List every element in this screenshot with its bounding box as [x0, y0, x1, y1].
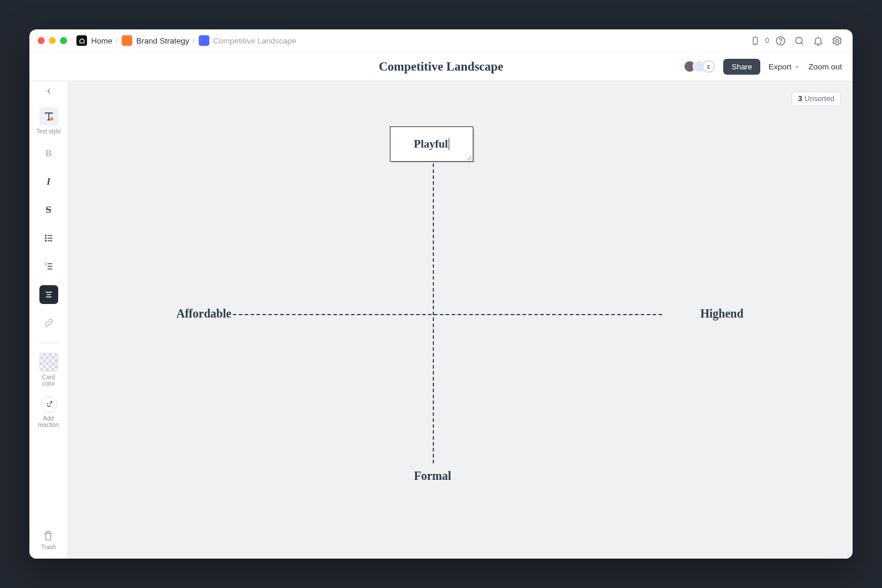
- svg-point-6: [50, 118, 53, 121]
- export-label: Export: [769, 62, 791, 71]
- settings-button[interactable]: [829, 33, 844, 48]
- trash-label: Trash: [41, 544, 56, 550]
- avatar[interactable]: c: [702, 60, 715, 73]
- chevron-down-icon: [794, 64, 800, 70]
- close-window-icon[interactable]: [38, 37, 45, 44]
- add-reaction-button[interactable]: Add reaction: [35, 396, 62, 428]
- zoom-out-button[interactable]: Zoom out: [808, 62, 842, 71]
- strikethrough-button[interactable]: S: [35, 201, 62, 219]
- svg-point-7: [45, 235, 46, 236]
- breadcrumb-parent[interactable]: Brand Strategy: [122, 35, 189, 46]
- axis-label-right[interactable]: Highend: [700, 307, 743, 320]
- strikethrough-icon: S: [39, 201, 58, 219]
- trash-button[interactable]: Trash: [41, 530, 56, 550]
- svg-point-3: [780, 42, 781, 43]
- numbered-list-button[interactable]: 1: [35, 257, 62, 276]
- breadcrumb-current[interactable]: Competitive Landscape: [199, 35, 296, 46]
- svg-point-11: [47, 403, 48, 404]
- link-button[interactable]: [35, 313, 62, 332]
- folder-blue-icon: [199, 35, 209, 46]
- add-reaction-icon: [41, 396, 57, 413]
- breadcrumb-home[interactable]: Home: [76, 35, 112, 46]
- traffic-lights: [38, 37, 67, 44]
- share-button[interactable]: Share: [723, 59, 760, 75]
- unsorted-label: Unsorted: [804, 95, 834, 103]
- body: Text style B I S 1: [29, 81, 853, 559]
- home-logo-icon: [76, 35, 87, 46]
- link-icon: [39, 313, 58, 332]
- svg-point-8: [45, 238, 46, 239]
- bold-button[interactable]: B: [35, 144, 62, 163]
- canvas[interactable]: 3 Unsorted Affordable Highend Formal Pla…: [68, 81, 853, 559]
- unsorted-pill[interactable]: 3 Unsorted: [791, 92, 841, 106]
- editing-card[interactable]: Playful: [390, 126, 473, 162]
- export-button[interactable]: Export: [769, 62, 800, 71]
- text-style-button[interactable]: Text style: [35, 107, 62, 135]
- format-sidebar: Text style B I S 1: [29, 81, 68, 559]
- folder-orange-icon: [122, 35, 132, 46]
- card-text: Playful: [414, 138, 448, 151]
- italic-icon: I: [39, 172, 58, 191]
- axis-label-bottom[interactable]: Formal: [414, 469, 451, 483]
- title-actions: c Share Export Zoom out: [683, 59, 853, 75]
- bold-icon: B: [39, 144, 58, 163]
- axis-label-left[interactable]: Affordable: [176, 307, 231, 320]
- numbered-list-icon: 1: [39, 257, 58, 276]
- add-reaction-label: Add reaction: [35, 415, 62, 428]
- svg-point-4: [796, 37, 802, 44]
- breadcrumb-current-label: Competitive Landscape: [213, 36, 296, 45]
- svg-point-5: [836, 39, 838, 42]
- mobile-preview-button[interactable]: [747, 33, 763, 48]
- svg-point-9: [45, 240, 46, 242]
- app-window: Home / Brand Strategy / Competitive Land…: [29, 29, 853, 559]
- sidebar-back-button[interactable]: [29, 85, 68, 98]
- arrow-left-icon: [45, 87, 53, 95]
- breadcrumb-sep: /: [193, 36, 195, 45]
- search-button[interactable]: [791, 33, 807, 48]
- title-bar: Competitive Landscape c Share Export Zoo…: [29, 52, 853, 81]
- text-style-icon: [39, 107, 58, 126]
- breadcrumb-parent-label: Brand Strategy: [136, 36, 189, 45]
- sidebar-separator: [39, 343, 59, 343]
- minimize-window-icon[interactable]: [49, 37, 56, 44]
- maximize-window-icon[interactable]: [60, 37, 67, 44]
- svg-point-1: [755, 43, 756, 44]
- unsorted-count: 3: [798, 95, 802, 103]
- window-chrome: Home / Brand Strategy / Competitive Land…: [29, 29, 853, 52]
- text-cursor: [449, 138, 449, 150]
- breadcrumb-sep: /: [116, 36, 118, 45]
- align-center-icon: [39, 285, 58, 304]
- collaborator-avatars[interactable]: c: [683, 60, 715, 73]
- resize-handle-icon[interactable]: [466, 154, 472, 160]
- alignment-button[interactable]: [35, 285, 62, 304]
- bullet-list-icon: [39, 229, 58, 248]
- bullet-list-button[interactable]: [35, 229, 62, 248]
- card-color-button[interactable]: Card color: [35, 353, 62, 387]
- card-color-icon: [39, 353, 58, 372]
- card-color-label: Card color: [35, 374, 62, 387]
- mobile-count: 0: [765, 36, 769, 45]
- horizontal-axis: [233, 314, 662, 315]
- notifications-button[interactable]: [810, 33, 826, 48]
- italic-button[interactable]: I: [35, 172, 62, 191]
- svg-text:1: 1: [44, 262, 46, 266]
- trash-icon: [42, 530, 54, 542]
- breadcrumb-home-label: Home: [91, 36, 112, 45]
- svg-point-12: [49, 403, 50, 404]
- text-style-label: Text style: [36, 128, 61, 135]
- vertical-axis: [433, 158, 434, 463]
- help-button[interactable]: [773, 33, 788, 48]
